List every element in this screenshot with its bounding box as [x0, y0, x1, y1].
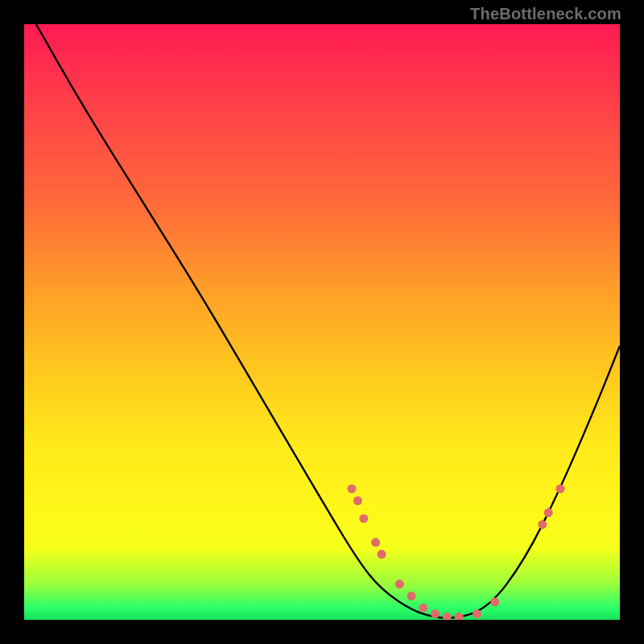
chart-frame: TheBottleneck.com [0, 0, 644, 644]
data-marker [556, 485, 565, 493]
data-marker [407, 592, 416, 601]
data-marker [348, 485, 357, 493]
data-marker [359, 514, 368, 523]
data-marker [490, 597, 499, 606]
attribution-text: TheBottleneck.com [470, 5, 621, 23]
curve-svg [24, 24, 620, 620]
data-marker [419, 604, 427, 613]
data-marker [378, 550, 386, 559]
plot-area [24, 24, 620, 620]
data-marker [443, 613, 452, 620]
data-marker [371, 538, 380, 547]
data-marker [538, 520, 547, 529]
data-markers [348, 485, 565, 620]
data-marker [353, 497, 362, 506]
data-marker [431, 609, 440, 618]
bottleneck-curve [36, 24, 620, 618]
data-marker [455, 613, 464, 620]
data-marker [544, 508, 553, 517]
data-marker [395, 580, 404, 588]
data-marker [473, 609, 481, 618]
